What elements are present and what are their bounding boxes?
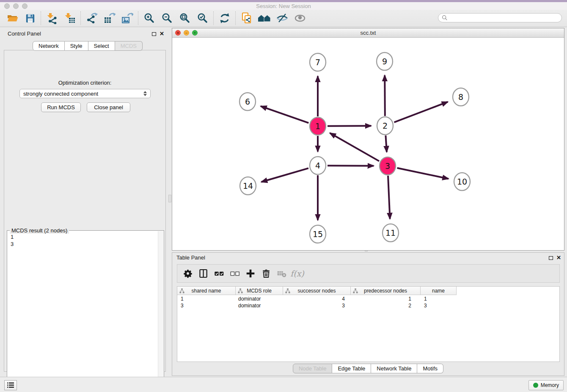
memory-button[interactable]: Memory <box>528 380 564 390</box>
tab-node-table[interactable]: Node Table <box>293 364 333 373</box>
network-window-titlebar[interactable]: ✕ − + scc.txt <box>172 28 564 38</box>
column-header-name[interactable]: name <box>421 287 457 295</box>
select-all-button[interactable] <box>211 267 227 280</box>
graph-edge-1-2[interactable] <box>328 126 371 126</box>
tab-select[interactable]: Select <box>88 41 115 51</box>
tab-network[interactable]: Network <box>33 41 65 51</box>
graph-edge-2-3[interactable] <box>385 135 386 152</box>
main-toolbar <box>0 10 567 27</box>
cell-predecessor-nodes: 1 <box>351 296 421 303</box>
zoom-fit-button[interactable] <box>176 11 194 25</box>
graph-edge-4-14[interactable] <box>261 168 308 182</box>
import-network-button[interactable] <box>43 11 61 25</box>
graph-node-label-10: 10 <box>457 177 467 186</box>
graph-edge-3-10[interactable] <box>397 168 449 179</box>
control-panel-title: Control Panel <box>8 30 41 37</box>
toolbar-separator <box>138 11 139 25</box>
export-image-button[interactable] <box>118 11 136 25</box>
export-network-icon <box>86 12 98 24</box>
tab-network-table[interactable]: Network Table <box>371 364 417 373</box>
table-header-row: shared name MCDS role successor nodes pr… <box>177 287 457 295</box>
tab-motifs[interactable]: Motifs <box>417 364 443 373</box>
export-table-button[interactable] <box>101 11 118 25</box>
zoom-out-icon <box>161 12 173 24</box>
export-image-icon <box>121 12 133 24</box>
add-column-button[interactable] <box>242 267 258 280</box>
hide-selected-button[interactable] <box>273 11 291 25</box>
column-header-predecessor-nodes[interactable]: predecessor nodes <box>351 287 421 295</box>
column-type-icon <box>179 288 184 293</box>
memory-status-icon <box>533 383 538 388</box>
open-folder-icon <box>6 12 18 24</box>
zoom-fit-icon <box>179 12 191 24</box>
toolbar-separator <box>80 11 81 25</box>
graph-edge-4-3[interactable] <box>328 166 374 166</box>
network-canvas[interactable]: 7968124314101511 <box>172 38 564 250</box>
copy-network-button[interactable] <box>238 11 256 25</box>
cell-predecessor-nodes: 2 <box>351 303 421 309</box>
cell-shared-name: 1 <box>177 296 236 303</box>
column-header-successor-nodes[interactable]: successor nodes <box>283 287 351 295</box>
node-table[interactable]: shared name MCDS role successor nodes pr… <box>177 286 560 362</box>
graph-edge-2-9[interactable] <box>385 75 385 116</box>
global-search-field[interactable] <box>438 13 562 22</box>
show-all-button[interactable] <box>291 11 309 25</box>
copy-network-icon <box>240 12 253 25</box>
first-neighbors-button[interactable] <box>256 11 273 25</box>
column-header-shared-name[interactable]: shared name <box>177 287 236 295</box>
home-icon <box>258 13 271 24</box>
zoom-in-button[interactable] <box>140 11 158 25</box>
run-mcds-button[interactable]: Run MCDS <box>41 102 81 112</box>
cell-successor-nodes: 3 <box>283 303 351 309</box>
control-panel: Control Panel ✕ Optimization criterion: … <box>3 29 167 373</box>
tab-style[interactable]: Style <box>65 41 88 51</box>
cell-mcds-role: dominator <box>236 303 283 309</box>
tab-edge-table[interactable]: Edge Table <box>332 364 371 373</box>
mcds-result-text[interactable]: 1 3 <box>7 232 17 248</box>
cell-successor-nodes: 4 <box>283 296 351 303</box>
columns-icon <box>198 268 209 279</box>
criterion-dropdown[interactable]: strongly connected component <box>19 89 151 98</box>
float-panel-icon[interactable] <box>152 32 156 36</box>
graph-edge-1-6[interactable] <box>261 106 308 123</box>
graph-node-label-6: 6 <box>245 97 250 106</box>
show-columns-button[interactable] <box>195 267 211 280</box>
column-label: shared name <box>191 288 221 294</box>
save-session-button[interactable] <box>21 11 39 25</box>
task-history-button[interactable] <box>4 380 17 390</box>
graph-edge-3-1[interactable] <box>330 133 379 161</box>
fx-icon: f(x) <box>290 269 304 278</box>
search-input[interactable] <box>448 14 561 22</box>
graph-edge-2-8[interactable] <box>394 102 448 122</box>
refresh-view-button[interactable] <box>216 11 234 25</box>
graph-edge-3-11[interactable] <box>388 176 390 219</box>
delete-column-button[interactable] <box>274 267 289 280</box>
table-settings-button[interactable] <box>180 267 195 280</box>
toolbar-separator <box>213 11 214 25</box>
close-panel-button[interactable]: Close panel <box>87 102 130 112</box>
graph-node-label-2: 2 <box>383 121 388 130</box>
export-network-button[interactable] <box>83 11 101 25</box>
graph-node-label-1: 1 <box>315 121 320 131</box>
table-row[interactable]: 1 dominator 4 1 1 <box>177 296 457 303</box>
deselect-all-button[interactable] <box>227 267 242 280</box>
tab-mcds[interactable]: MCDS <box>115 41 143 51</box>
result-scrollbar[interactable] <box>158 231 163 390</box>
zoom-out-button[interactable] <box>158 11 176 25</box>
table-row[interactable]: 3 dominator 3 2 3 <box>177 303 457 309</box>
function-builder-button[interactable]: f(x) <box>289 267 305 280</box>
graph-node-label-3: 3 <box>385 161 390 171</box>
delete-row-button[interactable] <box>258 267 274 280</box>
graph-node-label-15: 15 <box>313 229 323 239</box>
zoom-selected-button[interactable] <box>194 11 212 25</box>
save-floppy-icon <box>25 13 36 24</box>
import-table-button[interactable] <box>61 11 79 25</box>
window-titlebar: Session: New Session <box>0 2 567 10</box>
cell-shared-name: 3 <box>177 303 236 309</box>
vertical-splitter-grip[interactable] <box>168 195 171 202</box>
close-panel-icon[interactable]: ✕ <box>160 30 164 37</box>
column-header-mcds-role[interactable]: MCDS role <box>236 287 283 295</box>
close-panel-icon[interactable]: ✕ <box>556 254 561 261</box>
open-session-button[interactable] <box>3 11 21 25</box>
float-panel-icon[interactable] <box>549 256 553 260</box>
